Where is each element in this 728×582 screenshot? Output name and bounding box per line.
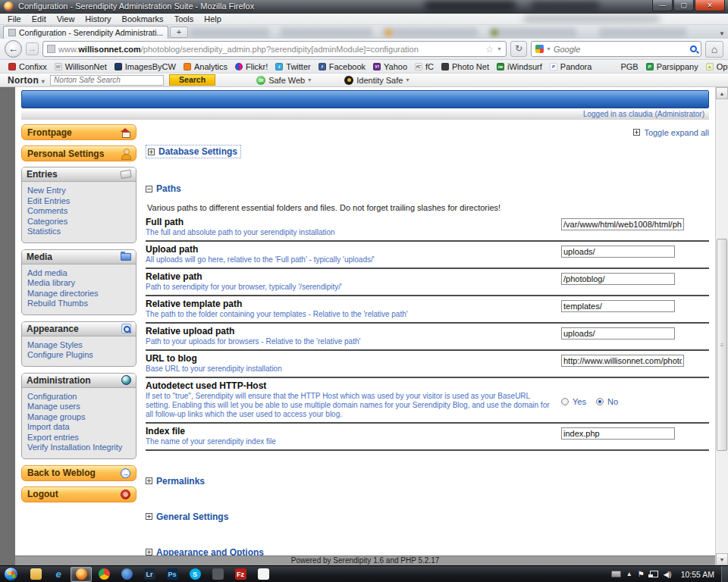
background-tab-blurred[interactable] [281, 28, 372, 38]
taskbar-firefox[interactable] [71, 567, 92, 582]
section-paths[interactable]: Paths [146, 183, 709, 194]
tray-device-icon[interactable] [611, 571, 621, 577]
sidebar-link-manage-directories[interactable]: Manage directories [27, 289, 130, 299]
network-icon[interactable] [650, 571, 658, 577]
taskbar-gimp[interactable] [207, 567, 228, 582]
bookmark-facebook[interactable]: fFacebook [315, 62, 369, 71]
back-button[interactable]: ← [5, 40, 22, 58]
scroll-up-arrow[interactable]: ▲ [716, 87, 728, 99]
sidebar-link-media-library[interactable]: Media library [27, 278, 130, 289]
sidebar-link-export-entries[interactable]: Export entries [27, 433, 130, 443]
volume-icon[interactable]: ◀)) [664, 571, 671, 578]
url-to-blog-input[interactable] [561, 355, 684, 367]
bookmark-pgb[interactable]: PGB [606, 62, 642, 71]
menu-view[interactable]: View [52, 14, 80, 25]
bookmark-confixx[interactable]: Confixx [5, 62, 51, 71]
bookmark-parsippany[interactable]: PParsippany [642, 62, 702, 71]
close-button[interactable]: ✕ [695, 0, 725, 11]
menu-edit[interactable]: Edit [27, 14, 52, 25]
minimize-button[interactable]: — [652, 0, 673, 11]
sidebar-link-configure-plugins[interactable]: Configure Plugins [27, 350, 130, 361]
section-database-settings[interactable]: Database Settings [146, 145, 241, 158]
star-dropdown-icon[interactable]: ▼ [497, 46, 502, 52]
bookmark-twitter[interactable]: tTwitter [271, 62, 314, 71]
forward-button[interactable]: → [26, 42, 39, 55]
bookmark-star-icon[interactable]: ☆ [485, 44, 494, 55]
sidebar-link-rebuild-thumbs[interactable]: Rebuild Thumbs [27, 299, 130, 309]
sidebar-link-edit-entries[interactable]: Edit Entries [27, 196, 130, 207]
relative-upload-path-input[interactable] [561, 327, 675, 340]
bookmark-pandora[interactable]: PPandora [546, 62, 596, 71]
search-magnifier-icon[interactable] [690, 45, 697, 52]
sidebar-link-manage-groups[interactable]: Manage groups [27, 412, 130, 423]
menu-history[interactable]: History [80, 14, 116, 25]
sidebar-link-comments[interactable]: Comments [27, 206, 130, 217]
bookmark-photonet[interactable]: Photo Net [438, 62, 493, 71]
bookmark-iwindsurf[interactable]: iwiWindsurf [493, 62, 546, 71]
norton-identity-safe[interactable]: Identity Safe▾ [344, 76, 409, 85]
radio-yes-label[interactable]: Yes [573, 397, 586, 406]
sidebar-link-statistics[interactable]: Statistics [27, 227, 130, 237]
relative-template-path-input[interactable] [561, 300, 675, 312]
bookmark-fc[interactable]: fCfC [411, 62, 438, 71]
sidebar-personal-settings-button[interactable]: Personal Settings [21, 146, 136, 161]
full-path-input[interactable] [561, 218, 684, 230]
google-engine-icon[interactable] [535, 45, 544, 53]
menu-bookmarks[interactable]: Bookmarks [117, 14, 169, 25]
taskbar-photoshop[interactable]: Ps [162, 567, 183, 582]
sidebar-link-manage-styles[interactable]: Manage Styles [27, 340, 130, 351]
hidden-icons-chevron[interactable]: ▲ [626, 571, 632, 577]
bookmark-yahoo[interactable]: Y!Yahoo [369, 62, 411, 71]
bookmark-willisonnet[interactable]: WWillisonNet [51, 62, 111, 71]
norton-search-input[interactable] [50, 75, 164, 86]
taskbar-notepad[interactable] [253, 567, 274, 582]
bookmark-flickr[interactable]: Flickr! [231, 62, 271, 71]
menu-file[interactable]: File [2, 14, 27, 25]
start-button[interactable] [4, 567, 18, 581]
new-tab-button[interactable]: + [170, 27, 188, 38]
taskbar-filezilla[interactable]: Fz [230, 567, 251, 582]
url-bar[interactable]: www.willisonnet.com/photoblog/serendipit… [42, 41, 507, 57]
norton-logo[interactable]: Norton ▾ [8, 75, 45, 86]
section-general-settings[interactable]: General Settings [146, 512, 709, 522]
sidebar-link-manage-users[interactable]: Manage users [27, 402, 130, 412]
taskbar-lightroom[interactable]: Lr [139, 567, 160, 582]
action-center-flag-icon[interactable]: ⚑ [638, 570, 645, 578]
taskbar-skype[interactable]: S [184, 567, 206, 582]
maximize-button[interactable]: ▢ [673, 0, 694, 11]
bookmark-imagesbycw[interactable]: ImagesByCW [111, 62, 180, 71]
sidebar-link-verify-installation[interactable]: Verify Installation Integrity [27, 443, 130, 453]
taskbar-clock[interactable]: 10:55 AM [676, 570, 719, 579]
menu-help[interactable]: Help [199, 14, 227, 25]
scroll-down-arrow[interactable]: ▼ [716, 553, 728, 565]
scrollbar-thumb[interactable]: ≡ [717, 239, 727, 451]
background-tab-blurred[interactable] [489, 28, 576, 38]
search-input[interactable] [554, 45, 688, 54]
norton-safe-web[interactable]: OK Safe Web▾ [256, 76, 311, 85]
toggle-expand-all-link[interactable]: Toggle expand all [633, 128, 709, 137]
index-file-input[interactable] [561, 427, 675, 440]
bookmark-analytics[interactable]: Analytics [180, 62, 231, 71]
background-tab-blurred[interactable] [190, 28, 269, 38]
radio-yes[interactable] [561, 398, 569, 405]
search-box[interactable]: ▼ [531, 41, 701, 57]
sidebar-link-configuration[interactable]: Configuration [27, 392, 130, 402]
sidebar-frontpage-button[interactable]: Frontpage [21, 124, 136, 140]
url-text[interactable]: www.willisonnet.com/photoblog/serendipit… [58, 45, 482, 54]
home-button[interactable]: ⌂ [705, 41, 723, 58]
radio-no[interactable] [596, 398, 604, 405]
norton-search-button[interactable]: Search [169, 74, 215, 86]
taskbar-thunderbird[interactable] [116, 567, 137, 582]
sidebar-link-new-entry[interactable]: New Entry [27, 186, 130, 196]
list-all-tabs-icon[interactable]: ▼ [719, 30, 725, 37]
upload-path-input[interactable] [561, 246, 675, 258]
vertical-scrollbar[interactable]: ▲ ≡ ▼ [715, 87, 728, 565]
taskbar-explorer[interactable] [25, 567, 46, 582]
section-permalinks[interactable]: Permalinks [146, 476, 709, 487]
sidebar-logout-button[interactable]: Logout⊙ [21, 487, 136, 502]
sidebar-link-import-data[interactable]: Import data [27, 422, 130, 433]
radio-no-label[interactable]: No [607, 397, 618, 406]
sidebar-link-categories[interactable]: Categories [27, 217, 130, 227]
show-desktop-button[interactable] [721, 566, 728, 582]
sidebar-link-add-media[interactable]: Add media [27, 268, 130, 279]
